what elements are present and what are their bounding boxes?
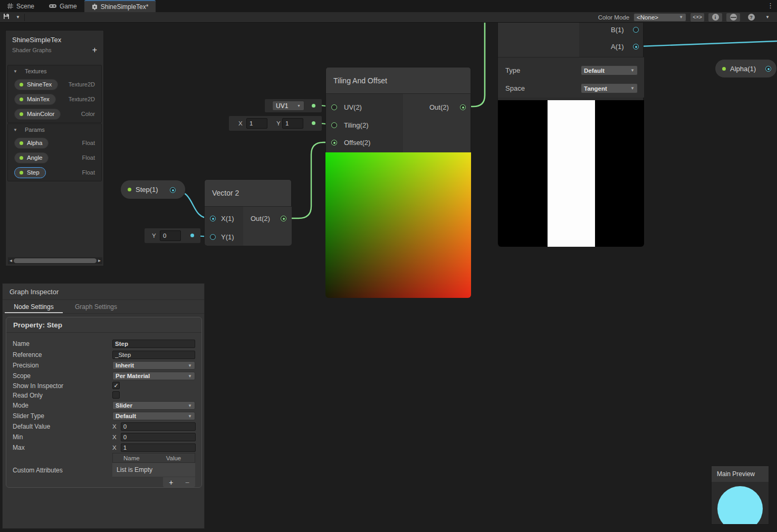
port-offset-in[interactable] (331, 140, 337, 146)
name-input[interactable] (112, 340, 195, 348)
port-tiling-in[interactable] (331, 122, 337, 128)
property-type: Texture2D (69, 96, 95, 102)
property-row-shinetex[interactable]: ShineTex Texture2D (8, 77, 101, 92)
port-sample-a-out[interactable] (633, 44, 639, 50)
property-row-step[interactable]: Step Float (8, 165, 101, 180)
property-type: Float (82, 169, 95, 176)
blackboard-hscrollbar[interactable]: ◄ ► (8, 257, 102, 264)
graph-inspector-toggle-button[interactable]: i (708, 13, 722, 22)
save-dropdown-button[interactable]: ▼ (13, 12, 23, 23)
uv-channel-dropdown[interactable]: UV1 ▼ (272, 101, 304, 111)
field-label: Default Value (13, 423, 50, 430)
save-icon (3, 13, 9, 21)
field-label: Show In Inspector (13, 382, 63, 390)
chevron-down-icon: ▼ (630, 68, 635, 73)
tiling-y-input[interactable]: 1 (282, 118, 303, 129)
property-row-maincolor[interactable]: MainColor Color (8, 107, 101, 121)
port-tiling-out[interactable] (460, 104, 466, 110)
port-uv-in[interactable] (331, 104, 337, 110)
chevron-down-icon: ▼ (297, 104, 301, 108)
chevron-down-icon: ▼ (630, 86, 635, 91)
sample-space-dropdown[interactable]: Tangent ▼ (581, 83, 638, 93)
port-vector2-out[interactable] (281, 216, 286, 221)
section-header-params[interactable]: ▼ Params (8, 124, 101, 136)
field-label: Precision (13, 362, 39, 369)
tab-scene[interactable]: Scene (0, 0, 42, 12)
port-label-a: A(1) (611, 43, 624, 51)
port-vector2-x-in[interactable] (210, 216, 216, 221)
node-alpha-property[interactable]: Alpha(1) (715, 59, 777, 78)
add-attribute-button[interactable]: + (169, 478, 173, 487)
mode-value: Slider (116, 402, 132, 409)
tiling-x-input[interactable]: 1 (246, 118, 267, 129)
tab-shader-graph[interactable]: ShineSimpleTex* (84, 0, 156, 12)
tab-overflow-menu-icon[interactable]: ⋮ (767, 2, 774, 9)
toolbar-overflow-button[interactable]: ▼ (762, 12, 773, 23)
exposed-property-dot-icon (128, 188, 131, 191)
port-vector2-y-in[interactable] (210, 234, 216, 240)
node-sample-texture[interactable]: B(1) A(1) Type Default ▼ Space Tangent ▼ (497, 23, 644, 247)
uv-channel-widget: UV1 ▼ (265, 99, 322, 112)
port-label-b: B(1) (611, 26, 624, 34)
show-generated-code-button[interactable]: <×> (690, 13, 704, 22)
property-row-maintex[interactable]: MainTex Texture2D (8, 92, 101, 107)
property-label: Step (27, 169, 40, 176)
uv-channel-value: UV1 (276, 102, 288, 110)
node-vector2[interactable]: Vector 2 X(1) Y(1) Out(2) (204, 179, 292, 246)
scroll-right-icon[interactable]: ► (97, 258, 102, 263)
scroll-left-icon[interactable]: ◄ (8, 258, 14, 263)
property-row-alpha[interactable]: Alpha Float (8, 136, 101, 150)
property-label: Alpha (27, 140, 42, 146)
node-step-property[interactable]: Step(1) (120, 180, 186, 199)
vector2-y-input[interactable]: 0 (160, 230, 181, 241)
info-icon: i (712, 14, 719, 21)
tab-game[interactable]: Game (42, 0, 84, 12)
node-tiling-and-offset[interactable]: Tiling And Offset UV(2) Tiling(2) Offset… (325, 67, 471, 152)
sample-type-dropdown[interactable]: Default ▼ (581, 65, 638, 75)
precision-dropdown[interactable]: Inherit▼ (112, 361, 195, 370)
color-mode-label: Color Mode (598, 14, 629, 21)
color-mode-dropdown[interactable]: <None> ▼ (634, 13, 686, 22)
add-property-button[interactable]: + (92, 46, 97, 54)
port-connected-dot-icon (283, 218, 285, 220)
max-input[interactable] (121, 443, 196, 452)
scope-dropdown[interactable]: Per Material▼ (112, 372, 195, 380)
stub-dot-icon (190, 234, 194, 237)
section-header-textures[interactable]: ▼ Textures (8, 65, 101, 77)
mode-dropdown[interactable]: Slider▼ (112, 401, 195, 410)
property-title: Property: Step (6, 317, 202, 333)
stub-dot-icon (312, 121, 315, 125)
tab-game-label: Game (60, 3, 77, 10)
field-label: Min (13, 433, 23, 441)
port-sample-b-out[interactable] (633, 27, 639, 33)
toolbar-divider (24, 14, 25, 21)
tab-graph-settings[interactable]: Graph Settings (65, 300, 127, 313)
slider-type-value: Default (116, 413, 136, 419)
slider-type-dropdown[interactable]: Default▼ (112, 412, 195, 420)
port-alpha-out[interactable] (765, 66, 771, 72)
blackboard-toggle-button[interactable] (726, 13, 740, 22)
scrollbar-thumb[interactable] (14, 258, 97, 263)
remove-attribute-button[interactable]: − (185, 478, 189, 487)
default-value-input[interactable] (121, 422, 196, 431)
blackboard-section-params: ▼ Params Alpha Float Angle Float Step Fl… (7, 123, 102, 181)
port-step-out[interactable] (170, 187, 176, 193)
help-button[interactable]: ? (744, 13, 758, 22)
field-row-read-only: Read Only (6, 390, 202, 401)
property-row-angle[interactable]: Angle Float (8, 150, 101, 165)
property-pill[interactable]: Alpha (14, 138, 49, 149)
property-pill-selected[interactable]: Step (14, 167, 46, 178)
reference-input[interactable] (112, 351, 195, 359)
tab-node-settings[interactable]: Node Settings (3, 300, 65, 313)
property-pill[interactable]: MainColor (14, 109, 61, 120)
sample-node-left-panel (498, 23, 579, 57)
port-label-x: X(1) (221, 215, 234, 223)
property-pill[interactable]: Angle (14, 152, 49, 163)
property-pill[interactable]: MainTex (14, 94, 56, 105)
property-pill[interactable]: ShineTex (14, 79, 58, 90)
read-only-checkbox[interactable] (112, 391, 120, 399)
blackboard-panel: ShineSimpleTex Shader Graphs + ▼ Texture… (5, 30, 104, 266)
save-button[interactable] (0, 12, 13, 23)
min-input[interactable] (121, 433, 196, 441)
show-in-inspector-checkbox[interactable]: ✓ (112, 382, 120, 389)
